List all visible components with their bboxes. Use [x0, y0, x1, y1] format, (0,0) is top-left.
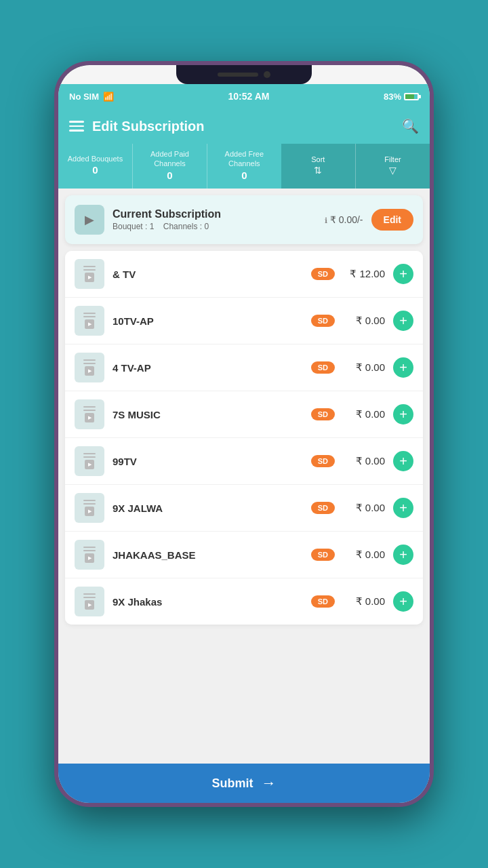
channel-item: ▶ 4 TV-AP SD ₹ 0.00 + — [65, 344, 423, 391]
subscription-title: Current Subscription — [113, 208, 317, 220]
channel-name: & TV — [113, 269, 303, 280]
channel-item: ▶ 9X Jhakas SD ₹ 0.00 + — [65, 578, 423, 625]
thumb-play-icon: ▶ — [85, 507, 94, 516]
thumbnail-inner: ▶ — [83, 593, 96, 610]
subscription-icon: ▶ — [75, 205, 104, 235]
thumb-line-2 — [83, 597, 96, 598]
channel-item: ▶ JHAKAAS_BASE SD ₹ 0.00 + — [65, 532, 423, 578]
filter-button[interactable]: Filter ▽ — [356, 144, 430, 189]
content-area: ▶ Current Subscription Bouquet : 1 Chann… — [58, 189, 430, 764]
thumb-play-icon: ▶ — [85, 553, 94, 563]
sd-badge: SD — [311, 549, 335, 561]
battery-fill — [405, 94, 415, 99]
tabs-bar: Added Bouquets 0 Added Paid Channels 0 A… — [58, 144, 430, 189]
phone-frame: No SIM 📶 10:52 AM 83% Edit Subscription — [54, 61, 434, 807]
thumb-line-2 — [83, 269, 96, 271]
channel-name: 10TV-AP — [113, 315, 303, 327]
status-left: No SIM 📶 — [69, 92, 114, 102]
add-channel-button[interactable]: + — [393, 264, 413, 284]
right-tabs: Sort ⇅ Filter ▽ — [281, 144, 430, 189]
submit-bar[interactable]: Submit → — [58, 764, 430, 803]
tab-free-label: Added Free Channels — [210, 149, 279, 169]
thumb-line-1 — [83, 266, 96, 267]
channel-price: ₹ 0.00 — [343, 361, 385, 374]
sd-badge: SD — [311, 315, 335, 327]
thumbnail-inner: ▶ — [83, 500, 96, 516]
channel-name: 9X Jhakas — [113, 596, 303, 608]
header-left: Edit Subscription — [69, 119, 205, 134]
carrier-text: No SIM — [69, 92, 99, 102]
channel-price: ₹ 0.00 — [343, 315, 385, 327]
channel-item: ▶ & TV SD ₹ 12.00 + — [65, 251, 423, 298]
thumb-line-2 — [83, 550, 96, 551]
thumbnail-inner: ▶ — [83, 453, 96, 469]
channel-item: ▶ 10TV-AP SD ₹ 0.00 + — [65, 298, 423, 344]
channel-item: ▶ 9X JALWA SD ₹ 0.00 + — [65, 485, 423, 532]
hamburger-line-3 — [69, 130, 84, 132]
edit-subscription-button[interactable]: Edit — [371, 209, 413, 231]
tab-bouquets-label: Added Bouquets — [68, 154, 123, 163]
add-channel-button[interactable]: + — [393, 451, 413, 471]
add-channel-button[interactable]: + — [393, 404, 413, 425]
tab-free-count: 0 — [241, 169, 247, 182]
thumb-line-2 — [83, 456, 96, 458]
hamburger-line-2 — [69, 125, 84, 127]
filter-icon: ▽ — [389, 164, 396, 176]
thumbnail-inner: ▶ — [83, 547, 96, 563]
thumb-line-2 — [83, 363, 96, 364]
add-channel-button[interactable]: + — [393, 591, 413, 612]
channel-thumbnail: ▶ — [75, 353, 104, 382]
sd-badge: SD — [311, 455, 335, 467]
hamburger-line-1 — [69, 121, 84, 123]
speaker — [218, 73, 258, 77]
sort-button[interactable]: Sort ⇅ — [281, 144, 355, 189]
thumb-line-1 — [83, 406, 96, 408]
subscription-details: Bouquet : 1 Channels : 0 — [113, 222, 317, 231]
add-channel-button[interactable]: + — [393, 498, 413, 518]
sort-label: Sort — [311, 155, 325, 164]
channel-list: ▶ & TV SD ₹ 12.00 + ▶ 10TV-AP SD ₹ 0.0 — [65, 251, 423, 625]
channel-name: 4 TV-AP — [113, 362, 303, 374]
thumbnail-inner: ▶ — [83, 359, 96, 376]
channel-thumbnail: ▶ — [75, 259, 104, 289]
channel-price: ₹ 0.00 — [343, 502, 385, 514]
camera — [264, 71, 270, 78]
thumb-line-1 — [83, 593, 96, 595]
tab-paid-count: 0 — [167, 169, 172, 182]
bouquet-count: Bouquet : 1 — [113, 222, 154, 231]
channel-thumbnail: ▶ — [75, 446, 104, 476]
thumb-play-icon: ▶ — [85, 366, 94, 376]
channel-name: JHAKAAS_BASE — [113, 549, 303, 561]
thumb-line-2 — [83, 410, 96, 411]
channels-count: Channels : 0 — [163, 222, 209, 231]
add-channel-button[interactable]: + — [393, 357, 413, 378]
thumb-line-1 — [83, 453, 96, 454]
thumb-line-2 — [83, 503, 96, 505]
channel-thumbnail: ▶ — [75, 587, 104, 616]
phone-notch — [176, 65, 312, 84]
channel-name: 7S MUSIC — [113, 409, 303, 420]
channel-name: 9X JALWA — [113, 502, 303, 514]
sd-badge: SD — [311, 408, 335, 420]
add-channel-button[interactable]: + — [393, 311, 413, 331]
thumb-play-icon: ▶ — [85, 413, 94, 422]
thumb-play-icon: ▶ — [85, 319, 94, 329]
tab-added-bouquets[interactable]: Added Bouquets 0 — [58, 144, 132, 189]
channel-thumbnail: ▶ — [75, 493, 104, 523]
channel-price: ₹ 12.00 — [343, 268, 385, 280]
tab-bouquets-count: 0 — [92, 163, 98, 177]
subscription-price: ℹ ₹ 0.00/- — [325, 214, 363, 225]
tab-added-free-channels[interactable]: Added Free Channels 0 — [207, 144, 281, 189]
thumb-play-icon: ▶ — [85, 600, 94, 610]
menu-button[interactable] — [69, 121, 84, 132]
channel-thumbnail: ▶ — [75, 540, 104, 570]
tab-added-paid-channels[interactable]: Added Paid Channels 0 — [133, 144, 207, 189]
subscription-card: ▶ Current Subscription Bouquet : 1 Chann… — [65, 195, 423, 244]
thumb-line-1 — [83, 313, 96, 314]
submit-label: Submit — [212, 776, 253, 791]
add-channel-button[interactable]: + — [393, 545, 413, 565]
subscription-info: Current Subscription Bouquet : 1 Channel… — [113, 208, 317, 231]
search-icon[interactable]: 🔍 — [402, 118, 419, 134]
thumb-line-1 — [83, 359, 96, 361]
tab-paid-label: Added Paid Channels — [136, 149, 204, 169]
